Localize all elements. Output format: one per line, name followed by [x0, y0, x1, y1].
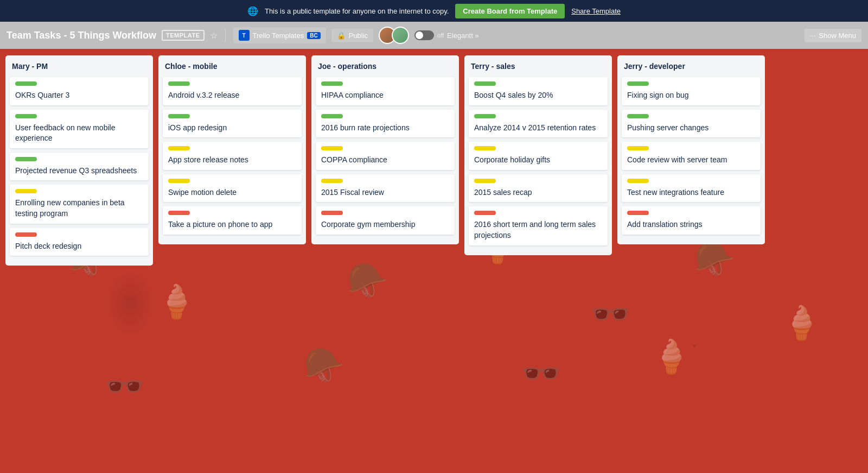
card-label-joe-operations-0: [321, 81, 343, 86]
card-title-joe-operations-0: HIPAA compliance: [321, 90, 449, 101]
card-title-terry-sales-4: 2016 short term and long term sales proj…: [474, 219, 602, 241]
card-terry-sales-3[interactable]: 2015 sales recap: [469, 174, 608, 203]
share-template-button[interactable]: Share Template: [571, 7, 621, 15]
trello-icon: T: [239, 30, 250, 41]
public-button[interactable]: 🔒 Public: [331, 29, 373, 42]
card-title-jerry-developer-0: Fixing sign on bug: [627, 90, 755, 101]
column-joe-operations: Joe - operationsHIPAA compliance2016 bur…: [311, 55, 459, 244]
card-title-chloe-mobile-3: Swipe motion delete: [168, 187, 296, 198]
card-terry-sales-4[interactable]: 2016 short term and long term sales proj…: [469, 206, 608, 245]
card-title-terry-sales-1: Analyze 2014 v 2015 retention rates: [474, 123, 602, 134]
card-title-joe-operations-4: Corporate gym membership: [321, 219, 449, 230]
workspace-button[interactable]: T Trello Templates BC: [233, 27, 326, 43]
avatar-2[interactable]: [392, 27, 409, 44]
card-mary-pm-3[interactable]: Enrolling new companies in beta testing …: [10, 185, 149, 223]
card-label-chloe-mobile-2: [168, 146, 190, 150]
card-jerry-developer-3[interactable]: Test new integrations feature: [622, 174, 761, 203]
card-joe-operations-2[interactable]: COPPA compliance: [316, 142, 455, 170]
card-title-jerry-developer-1: Pushing server changes: [627, 123, 755, 134]
card-mary-pm-1[interactable]: User feedback on new mobile experience: [10, 110, 149, 148]
card-title-jerry-developer-4: Add translation strings: [627, 219, 755, 230]
board-background: 🪖 🍦 🕶️ 🪖 🍦 🕶️ 🪖 🍦 🕶️ 🪖 🕶️ 🍦 Mary - PMOKR…: [0, 49, 868, 473]
create-board-button[interactable]: Create Board from Template: [455, 4, 565, 18]
column-jerry-developer: Jerry - developerFixing sign on bugPushi…: [617, 55, 765, 244]
card-terry-sales-2[interactable]: Corporate holiday gifts: [469, 142, 608, 170]
card-label-chloe-mobile-4: [168, 211, 190, 215]
card-label-mary-pm-0: [15, 81, 37, 86]
show-menu-button[interactable]: ··· Show Menu: [805, 29, 862, 42]
toggle-area: off Elegantt »: [414, 30, 479, 40]
card-title-chloe-mobile-0: Android v.3.2 release: [168, 90, 296, 101]
show-menu-label: Show Menu: [819, 31, 856, 40]
card-title-jerry-developer-3: Test new integrations feature: [627, 187, 755, 198]
card-label-terry-sales-4: [474, 211, 496, 215]
card-label-mary-pm-2: [15, 157, 37, 161]
card-title-mary-pm-1: User feedback on new mobile experience: [15, 123, 143, 144]
card-title-joe-operations-1: 2016 burn rate projections: [321, 123, 449, 134]
card-joe-operations-4[interactable]: Corporate gym membership: [316, 206, 455, 235]
card-title-terry-sales-3: 2015 sales recap: [474, 187, 602, 198]
card-chloe-mobile-0[interactable]: Android v.3.2 release: [163, 77, 302, 105]
card-jerry-developer-4[interactable]: Add translation strings: [622, 206, 761, 235]
card-terry-sales-0[interactable]: Boost Q4 sales by 20%: [469, 77, 608, 105]
card-title-joe-operations-3: 2015 Fiscal review: [321, 187, 449, 198]
workspace-badge: BC: [307, 32, 320, 39]
card-label-jerry-developer-1: [627, 114, 649, 118]
column-header-terry-sales: Terry - sales: [469, 61, 608, 72]
card-joe-operations-1[interactable]: 2016 burn rate projections: [316, 110, 455, 138]
card-mary-pm-0[interactable]: OKRs Quarter 3: [10, 77, 149, 105]
card-mary-pm-4[interactable]: Pitch deck redesign: [10, 228, 149, 256]
card-joe-operations-0[interactable]: HIPAA compliance: [316, 77, 455, 105]
card-label-jerry-developer-4: [627, 211, 649, 215]
card-chloe-mobile-2[interactable]: App store release notes: [163, 142, 302, 170]
elegantt-toggle[interactable]: [414, 30, 434, 40]
deco-glasses-4: 🕶️: [521, 354, 561, 393]
more-icon: ···: [810, 31, 816, 40]
card-joe-operations-3[interactable]: 2015 Fiscal review: [316, 174, 455, 203]
card-label-chloe-mobile-0: [168, 81, 190, 86]
card-mary-pm-2[interactable]: Projected revenue Q3 spreadsheets: [10, 153, 149, 181]
card-title-mary-pm-3: Enrolling new companies in beta testing …: [15, 198, 143, 219]
star-icon[interactable]: ☆: [210, 30, 218, 41]
card-label-jerry-developer-3: [627, 179, 649, 183]
card-title-mary-pm-0: OKRs Quarter 3: [15, 90, 143, 101]
column-header-jerry-developer: Jerry - developer: [622, 61, 761, 72]
card-title-terry-sales-0: Boost Q4 sales by 20%: [474, 90, 602, 101]
card-title-mary-pm-2: Projected revenue Q3 spreadsheets: [15, 166, 143, 176]
deco-stormtrooper-4: 🪖: [304, 346, 344, 384]
card-chloe-mobile-1[interactable]: iOS app redesign: [163, 110, 302, 138]
card-label-joe-operations-3: [321, 179, 343, 183]
card-label-jerry-developer-0: [627, 81, 649, 86]
deco-glasses-3: 🕶️: [104, 367, 145, 406]
notification-message: This is a public template for anyone on …: [265, 7, 449, 15]
card-jerry-developer-0[interactable]: Fixing sign on bug: [622, 77, 761, 105]
column-chloe-mobile: Chloe - mobileAndroid v.3.2 releaseiOS a…: [158, 55, 306, 244]
card-chloe-mobile-3[interactable]: Swipe motion delete: [163, 174, 302, 203]
card-title-jerry-developer-2: Code review with server team: [627, 155, 755, 166]
globe-icon: 🌐: [247, 6, 258, 16]
card-jerry-developer-2[interactable]: Code review with server team: [622, 142, 761, 170]
card-label-joe-operations-4: [321, 211, 343, 215]
board-title: Team Tasks - 5 Things Workflow: [7, 30, 156, 41]
column-mary-pm: Mary - PMOKRs Quarter 3User feedback on …: [5, 55, 153, 266]
toggle-off-label: off: [437, 32, 444, 39]
deco-glasses-2: 🕶️: [590, 295, 631, 333]
card-label-terry-sales-0: [474, 81, 496, 86]
card-title-joe-operations-2: COPPA compliance: [321, 155, 449, 166]
column-terry-sales: Terry - salesBoost Q4 sales by 20%Analyz…: [464, 55, 612, 255]
divider: [225, 29, 226, 42]
card-terry-sales-1[interactable]: Analyze 2014 v 2015 retention rates: [469, 110, 608, 138]
column-header-mary-pm: Mary - PM: [10, 61, 149, 72]
card-label-terry-sales-3: [474, 179, 496, 183]
card-label-mary-pm-1: [15, 114, 37, 118]
card-title-chloe-mobile-4: Take a picture on phone to app: [168, 219, 296, 230]
card-label-joe-operations-1: [321, 114, 343, 118]
header-bar: Team Tasks - 5 Things Workflow TEMPLATE …: [0, 22, 868, 49]
template-badge: TEMPLATE: [162, 30, 204, 41]
deco-icecream-3: 🍦: [781, 304, 822, 342]
card-chloe-mobile-4[interactable]: Take a picture on phone to app: [163, 206, 302, 235]
deco-icecream-4: 🍦: [651, 337, 692, 376]
card-label-joe-operations-2: [321, 146, 343, 150]
card-label-jerry-developer-2: [627, 146, 649, 150]
card-jerry-developer-1[interactable]: Pushing server changes: [622, 110, 761, 138]
